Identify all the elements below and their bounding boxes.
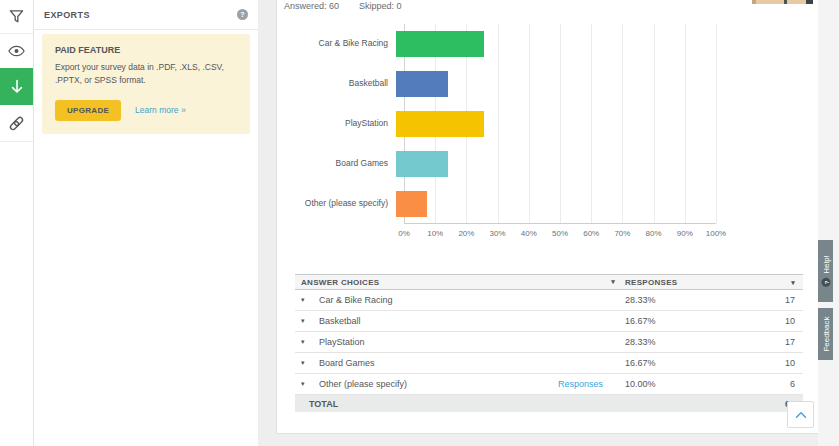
bar-basketball[interactable] (396, 71, 448, 97)
funnel-icon (9, 9, 24, 24)
table-row: ▾ Other (please specify) Responses 10.00… (295, 374, 803, 395)
bar-category-label: Board Games (277, 158, 396, 169)
responses-header: RESPONSES (625, 278, 725, 287)
learn-more-link[interactable]: Learn more » (135, 105, 186, 115)
row-percentage: 28.33% (625, 295, 725, 305)
row-expand-caret-icon[interactable]: ▾ (301, 296, 315, 304)
table-row: ▾ PlayStation 28.33% 17 (295, 332, 803, 353)
chart-bar-row: Board Games (277, 144, 818, 184)
chart-bar-row: Other (please specify) (277, 184, 818, 224)
row-percentage: 28.33% (625, 337, 725, 347)
bar-car-bike-racing[interactable] (396, 31, 484, 57)
row-expand-caret-icon[interactable]: ▾ (301, 359, 315, 367)
paid-feature-title: PAID FEATURE (55, 45, 237, 55)
scroll-to-top-button[interactable] (787, 401, 814, 428)
exports-panel-title: EXPORTS (44, 10, 90, 20)
table-header-row: ANSWER CHOICES ▾ RESPONSES ▾ (295, 274, 803, 290)
row-count: 10 (725, 316, 803, 326)
paid-feature-actions: UPGRADE Learn more » (55, 100, 237, 121)
answer-choices-sort-caret-icon[interactable]: ▾ (611, 278, 615, 286)
feedback-tab-label: Feedback (821, 316, 830, 351)
survey-results-screen: EXPORTS ? PAID FEATURE Export your surve… (0, 0, 839, 446)
bar-category-label: Basketball (277, 78, 396, 89)
filter-tool-button[interactable] (0, 0, 33, 34)
responses-link[interactable]: Responses (558, 379, 625, 389)
chart-bar-row: Car & Bike Racing (277, 24, 818, 64)
answer-choices-header: ANSWER CHOICES (301, 278, 379, 287)
help-tab-label: Help! (821, 255, 830, 274)
question-results-card: Answered: 60 Skipped: 0 Car & Bike Racin… (277, 0, 818, 433)
paid-feature-box: PAID FEATURE Export your survey data in … (42, 34, 250, 134)
analyze-tool-rail (0, 0, 34, 446)
right-edge-strip: ? Help! Feedback (818, 0, 839, 446)
bar-category-label: Car & Bike Racing (277, 38, 396, 49)
row-count: 17 (725, 295, 803, 305)
row-expand-caret-icon[interactable]: ▾ (301, 338, 315, 346)
download-arrow-icon (10, 79, 24, 95)
chart-x-axis: 0% 10% 20% 30% 40% 50% 60% 70% 80% 90% 1… (404, 224, 716, 240)
skipped-count: Skipped: 0 (359, 1, 402, 11)
feedback-tab[interactable]: Feedback (818, 308, 833, 360)
chart-bar-row: Basketball (277, 64, 818, 104)
table-row: ▾ Basketball 16.67% 10 (295, 311, 803, 332)
bar-category-label: Other (please specify) (277, 198, 396, 209)
paid-feature-description: Export your survey data in .PDF, .XLS, .… (55, 61, 237, 87)
row-percentage: 10.00% (625, 379, 725, 389)
row-count: 6 (725, 379, 803, 389)
row-percentage: 16.67% (625, 316, 725, 326)
link-icon (8, 115, 25, 132)
table-row: ▾ Board Games 16.67% 10 (295, 353, 803, 374)
view-tool-button[interactable] (0, 34, 33, 68)
upgrade-button[interactable]: UPGRADE (55, 100, 121, 121)
row-percentage: 16.67% (625, 358, 725, 368)
help-question-icon[interactable]: ? (237, 9, 248, 20)
row-expand-caret-icon[interactable]: ▾ (301, 380, 315, 388)
row-count: 10 (725, 358, 803, 368)
chart-bar-row: PlayStation (277, 104, 818, 144)
row-count: 17 (725, 337, 803, 347)
help-tab[interactable]: ? Help! (818, 240, 833, 302)
bar-playstation[interactable] (396, 111, 484, 137)
share-tool-button[interactable] (0, 105, 33, 142)
bar-other[interactable] (396, 191, 427, 217)
bar-board-games[interactable] (396, 151, 448, 177)
table-total-row: TOTAL 60 (295, 395, 803, 412)
exports-panel: EXPORTS ? PAID FEATURE Export your surve… (34, 0, 258, 446)
help-question-circle-icon: ? (821, 278, 830, 287)
bar-category-label: PlayStation (277, 118, 396, 129)
export-tool-button-active[interactable] (0, 68, 33, 105)
row-expand-caret-icon[interactable]: ▾ (301, 317, 315, 325)
eye-icon (8, 45, 25, 57)
response-summary: Answered: 60 Skipped: 0 (277, 0, 818, 11)
table-row: ▾ Car & Bike Racing 28.33% 17 (295, 290, 803, 311)
results-bar-chart: Car & Bike Racing Basketball PlayStation… (277, 24, 818, 224)
answer-choices-table: ANSWER CHOICES ▾ RESPONSES ▾ ▾ Car & Bik… (295, 274, 803, 412)
chevron-up-icon (795, 411, 807, 419)
total-label: TOTAL (295, 399, 725, 409)
exports-panel-header: EXPORTS ? (34, 0, 258, 30)
answered-count: Answered: 60 (284, 1, 339, 11)
cutoff-toolbar-sliver (752, 0, 813, 4)
responses-sort-caret-icon[interactable]: ▾ (791, 279, 795, 286)
